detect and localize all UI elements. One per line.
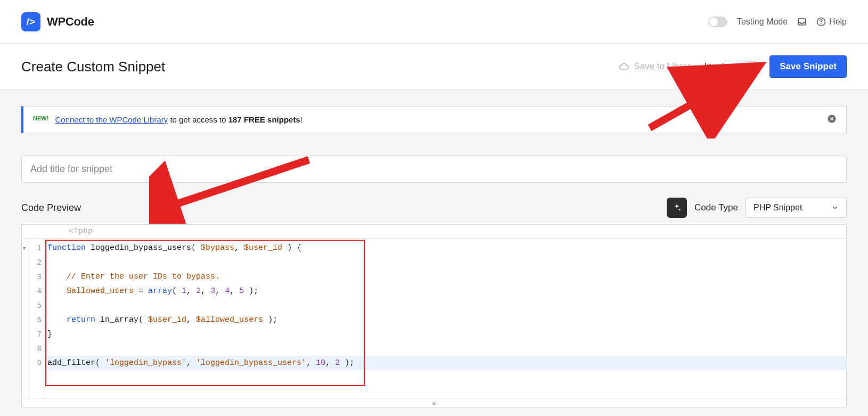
content: NEW! Connect to the WPCode Library to ge… [0,90,868,416]
testing-mode-label: Testing Mode [737,17,788,27]
fold-gutter: ▾ [22,239,29,398]
code-area[interactable]: function loggedin_bypass_users( $bypass,… [45,239,846,398]
ai-generate-button[interactable] [667,198,687,218]
svg-point-2 [821,23,822,24]
notice-text: NEW! Connect to the WPCode Library to ge… [33,115,302,124]
code-type-value: PHP Snippet [754,203,802,213]
save-to-library-button[interactable]: Save to Library [619,61,694,72]
chevron-down-icon [831,204,839,211]
editor-resize-handle[interactable]: ≡ [22,398,846,407]
close-icon [827,114,837,124]
line-gutter: 123456789 [29,239,45,398]
code-editor[interactable]: <?php ▾ 123456789 function loggedin_bypa… [21,224,847,407]
logo-mark: /> [21,12,40,31]
help-button[interactable]: Help [816,17,847,27]
fold-marker[interactable]: ▾ [22,241,29,255]
cloud-icon [619,61,629,72]
logo[interactable]: /> WPCode [21,12,94,31]
drag-handle-icon: ≡ [432,400,436,406]
inbox-icon[interactable] [797,17,807,27]
code-type-label: Code Type [694,202,738,213]
logo-glyph: /> [27,16,35,28]
code-prelude: <?php [22,225,846,239]
code-preview-heading: Code Preview [21,202,81,214]
page-title: Create Custom Snippet [21,59,165,75]
page-actions: Save to Library Inactive Save Snippet [619,55,847,78]
active-toggle[interactable] [741,61,760,72]
new-tag: NEW! [33,115,48,121]
help-label: Help [829,17,847,27]
topbar-right: Testing Mode Help [708,17,847,27]
editor-body: ▾ 123456789 function loggedin_bypass_use… [22,239,846,398]
notice-link[interactable]: Connect to the WPCode Library [55,115,168,124]
code-type-select[interactable]: PHP Snippet [746,198,847,218]
testing-mode-toggle[interactable] [708,17,727,27]
sparkle-icon [672,203,682,213]
notice-tail: ! [300,115,302,124]
notice-bold: 187 FREE snippets [228,115,300,124]
save-to-library-label: Save to Library [634,61,694,72]
inactive-label: Inactive [705,61,736,72]
logo-text: WPCode [47,15,94,29]
topbar: /> WPCode Testing Mode Help [0,0,868,44]
library-notice: NEW! Connect to the WPCode Library to ge… [21,106,847,133]
save-snippet-button[interactable]: Save Snippet [769,55,847,78]
active-toggle-group: Inactive [705,61,760,72]
notice-close[interactable] [827,114,837,125]
snippet-title-input[interactable] [21,156,847,183]
code-header-right: Code Type PHP Snippet [667,198,847,218]
notice-mid: to get access to [168,115,228,124]
code-header: Code Preview Code Type PHP Snippet [21,198,847,218]
page-header: Create Custom Snippet Save to Library In… [0,44,868,90]
